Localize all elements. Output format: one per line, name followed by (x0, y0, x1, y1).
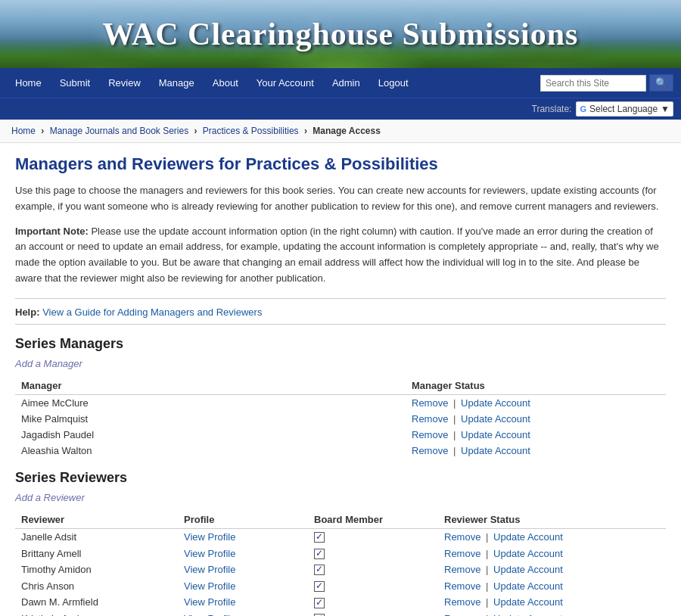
breadcrumb-home[interactable]: Home (11, 126, 36, 136)
reviewer-profile: View Profile (178, 545, 308, 562)
update-account-reviewer-link[interactable]: Update Account (493, 548, 563, 559)
view-profile-link[interactable]: View Profile (184, 580, 235, 592)
board-member-checkbox (314, 532, 325, 543)
important-note: Important Note: Please use the update ac… (15, 224, 666, 287)
add-manager-link[interactable]: Add a Manager (15, 358, 666, 369)
update-account-reviewer-link[interactable]: Update Account (493, 596, 563, 608)
view-profile-link[interactable]: View Profile (184, 531, 235, 543)
separator: | (486, 596, 488, 608)
google-icon: G (580, 104, 586, 114)
breadcrumb-manage-journals[interactable]: Manage Journals and Book Series (50, 126, 188, 136)
nav-review[interactable]: Review (101, 74, 148, 92)
header-banner: WAC Clearinghouse Submissions (0, 0, 681, 68)
remove-reviewer-link[interactable]: Remove (444, 580, 480, 592)
remove-reviewer-link[interactable]: Remove (444, 564, 480, 575)
board-member-checkbox (314, 549, 325, 559)
nav-home[interactable]: Home (8, 74, 49, 92)
reviewer-board (308, 611, 438, 616)
update-account-manager-link[interactable]: Update Account (461, 429, 530, 440)
reviewer-profile: View Profile (178, 562, 308, 578)
view-profile-link[interactable]: View Profile (184, 596, 235, 608)
nav-your-account[interactable]: Your Account (249, 74, 322, 92)
search-area: 🔍 (540, 74, 673, 92)
separator: | (486, 564, 488, 575)
breadcrumb: Home › Manage Journals and Book Series ›… (0, 120, 681, 143)
reviewers-section-title: Series Reviewers (15, 470, 666, 486)
search-button[interactable]: 🔍 (649, 74, 673, 92)
nav-submit[interactable]: Submit (52, 74, 98, 92)
page-title: Managers and Reviewers for Practices & P… (15, 154, 666, 174)
table-row: Dawn M. Armfield View Profile Remove | U… (15, 594, 666, 611)
view-profile-link[interactable]: View Profile (184, 548, 235, 559)
view-profile-link[interactable]: View Profile (184, 564, 235, 575)
manager-status-actions: Remove | Update Account (406, 394, 666, 411)
nav-admin[interactable]: Admin (325, 74, 368, 92)
manager-name: Mike Palmquist (15, 411, 406, 427)
reviewer-status-actions: Remove | Update Account (438, 577, 666, 594)
reviewer-name: Chris Anson (15, 577, 178, 594)
remove-reviewer-link[interactable]: Remove (444, 531, 480, 543)
board-col-header: Board Member (308, 511, 438, 529)
breadcrumb-current: Manage Access (313, 126, 381, 136)
site-title: WAC Clearinghouse Submissions (103, 16, 579, 52)
nav-logout[interactable]: Logout (371, 74, 416, 92)
separator: | (453, 429, 456, 440)
remove-reviewer-link[interactable]: Remove (444, 613, 480, 616)
reviewer-board (308, 545, 438, 562)
reviewer-name: Janelle Adsit (15, 528, 178, 545)
manager-status-actions: Remove | Update Account (406, 443, 666, 459)
remove-reviewer-link[interactable]: Remove (444, 596, 480, 608)
search-input[interactable] (540, 75, 646, 92)
table-row: Jagadish Paudel Remove | Update Account (15, 427, 666, 443)
reviewer-col-header: Reviewer (15, 511, 178, 529)
update-account-manager-link[interactable]: Update Account (461, 397, 530, 409)
table-row: Aleashia Walton Remove | Update Account (15, 443, 666, 459)
update-account-reviewer-link[interactable]: Update Account (493, 580, 563, 592)
reviewer-board (308, 577, 438, 594)
divider-1 (15, 298, 666, 299)
add-reviewer-link[interactable]: Add a Reviewer (15, 492, 666, 503)
nav-manage[interactable]: Manage (151, 74, 202, 92)
manager-name: Jagadish Paudel (15, 427, 406, 443)
table-row: Brittany Amell View Profile Remove | Upd… (15, 545, 666, 562)
remove-manager-link[interactable]: Remove (412, 445, 448, 456)
help-link[interactable]: View a Guide for Adding Managers and Rev… (42, 306, 262, 318)
remove-manager-link[interactable]: Remove (412, 413, 448, 425)
update-account-reviewer-link[interactable]: Update Account (493, 613, 563, 616)
board-member-checkbox (314, 581, 325, 592)
managers-section-title: Series Managers (15, 336, 666, 352)
board-member-checkbox (314, 598, 325, 608)
remove-reviewer-link[interactable]: Remove (444, 548, 480, 559)
manager-col-header: Manager (15, 377, 406, 395)
update-account-reviewer-link[interactable]: Update Account (493, 564, 563, 575)
nav-about[interactable]: About (205, 74, 246, 92)
reviewer-profile: View Profile (178, 594, 308, 611)
remove-manager-link[interactable]: Remove (412, 429, 448, 440)
manager-status-col-header: Manager Status (406, 377, 666, 395)
breadcrumb-practices[interactable]: Practices & Possibilities (203, 126, 299, 136)
intro-text: Use this page to choose the managers and… (15, 183, 666, 215)
translate-bar: Translate: G Select Language ▼ (0, 98, 681, 120)
important-label: Important Note: (15, 226, 89, 237)
translate-select[interactable]: G Select Language ▼ (576, 101, 673, 117)
table-row: Timothy Amidon View Profile Remove | Upd… (15, 562, 666, 578)
reviewer-status-col-header: Reviewer Status (438, 511, 666, 529)
reviewer-board (308, 562, 438, 578)
divider-2 (15, 324, 666, 325)
separator: | (486, 548, 488, 559)
update-account-manager-link[interactable]: Update Account (461, 413, 530, 425)
remove-manager-link[interactable]: Remove (412, 397, 448, 409)
reviewer-profile: View Profile (178, 528, 308, 545)
view-profile-link[interactable]: View Profile (184, 613, 235, 616)
reviewer-name: Timothy Amidon (15, 562, 178, 578)
reviewer-status-actions: Remove | Update Account (438, 611, 666, 616)
update-account-reviewer-link[interactable]: Update Account (493, 531, 563, 543)
dropdown-arrow-icon: ▼ (661, 104, 670, 114)
table-row: Janelle Adsit View Profile Remove | Upda… (15, 528, 666, 545)
navbar: Home Submit Review Manage About Your Acc… (0, 68, 681, 98)
board-member-checkbox (314, 565, 325, 575)
separator: | (486, 613, 488, 616)
update-account-manager-link[interactable]: Update Account (461, 445, 530, 456)
help-label: Help: (15, 306, 40, 318)
reviewer-name: Brittany Amell (15, 545, 178, 562)
